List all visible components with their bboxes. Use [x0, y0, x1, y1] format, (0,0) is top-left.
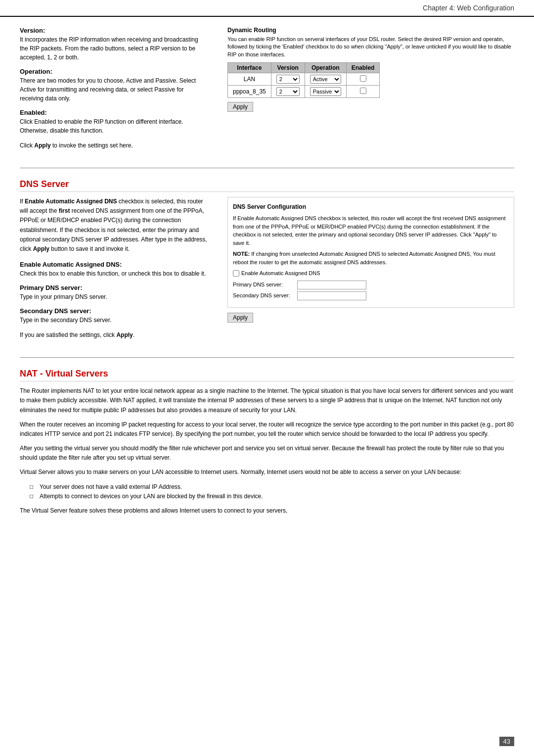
version-label: Version:: [20, 27, 208, 34]
operation-label: Operation:: [20, 68, 208, 75]
primary-dns-field-row: Primary DNS server:: [233, 281, 509, 289]
enabled-label: Enabled:: [20, 109, 208, 116]
primary-dns-label: Primary DNS server:: [20, 284, 208, 291]
operation-select-lan[interactable]: Active Passive: [310, 75, 341, 84]
divider-dns: [20, 168, 514, 168]
table-row: LAN 1 2 Both Active: [228, 73, 380, 86]
col-interface: Interface: [228, 63, 271, 73]
apply-note: Click Apply to invoke the settings set h…: [20, 141, 208, 150]
dns-config-note: NOTE: If changing from unselected Automa…: [233, 250, 509, 266]
dns-intro-bold3: Apply: [33, 245, 49, 252]
dns-intro-bold1: Enable Automatic Assigned DNS: [25, 198, 117, 205]
cell-enabled-lan: [346, 73, 380, 86]
nat-para2: When the router receives an incoming IP …: [20, 420, 514, 439]
cell-interface-pppoa: pppoa_8_35: [228, 86, 271, 98]
dns-config-desc: If Enable Automatic Assigned DNS checkbo…: [233, 214, 509, 247]
version-text: It incorporates the RIP information when…: [20, 35, 208, 62]
nat-bullet-list: Your server does not have a valid extern…: [30, 482, 514, 501]
note-label: NOTE:: [233, 251, 250, 257]
enabled-checkbox-lan[interactable]: [360, 75, 366, 82]
cell-operation-pppoa: Active Passive: [305, 86, 346, 98]
primary-dns-field-label: Primary DNS server:: [233, 281, 297, 289]
main-content: Version: It incorporates the RIP informa…: [0, 17, 534, 540]
satisfied-apply-bold: Apply: [116, 331, 133, 338]
secondary-dns-field-label: Secondary DNS server:: [233, 291, 297, 300]
routing-table: Interface Version Operation Enabled LAN …: [227, 62, 380, 98]
primary-dns-text: Type in your primary DNS server.: [20, 292, 208, 301]
dns-heading: DNS Server: [20, 179, 514, 192]
list-item: Attempts to connect to devices on your L…: [30, 492, 514, 501]
dns-checkbox-row: Enable Automatic Assigned DNS: [233, 269, 509, 278]
nat-para3: After you setting the virtual server you…: [20, 444, 514, 463]
nat-para5: The Virtual Server feature solves these …: [20, 506, 514, 516]
page-container: Chapter 4: Web Configuration Version: It…: [0, 0, 534, 756]
dns-config-box: DNS Server Configuration If Enable Autom…: [227, 197, 514, 308]
rip-section: Version: It incorporates the RIP informa…: [20, 27, 514, 156]
col-version: Version: [271, 63, 305, 73]
dns-intro-bold2: first: [59, 207, 70, 214]
chapter-title: Chapter 4: Web Configuration: [423, 4, 514, 12]
note-text: If changing from unselected Automatic As…: [233, 251, 495, 265]
cell-version-lan: 1 2 Both: [271, 73, 305, 86]
dynamic-routing-title: Dynamic Routing: [227, 27, 514, 34]
satisfied-text: If you are satisfied the settings, click…: [20, 331, 208, 339]
nat-para4: Virtual Server allows you to make server…: [20, 468, 514, 477]
dns-intro: If Enable Automatic Assigned DNS checkbo…: [20, 197, 208, 254]
primary-dns-input[interactable]: [297, 281, 366, 289]
secondary-dns-text: Type in the secondary DNS server.: [20, 316, 208, 325]
page-header: Chapter 4: Web Configuration: [0, 0, 534, 17]
auto-dns-checkbox[interactable]: [233, 270, 239, 277]
col-operation: Operation: [305, 63, 346, 73]
version-select-pppoa[interactable]: 1 2 Both: [276, 87, 300, 96]
dynamic-routing-desc: You can enable RIP function on serveral …: [227, 36, 514, 58]
enable-assigned-dns-label: Enable Automatic Assigned DNS:: [20, 261, 208, 268]
enable-assigned-dns-text: Check this box to enable this function, …: [20, 269, 208, 278]
divider-nat: [20, 357, 514, 358]
nat-heading: NAT - Virtual Servers: [20, 369, 514, 381]
enabled-text: Click Enabled to enable the RIP function…: [20, 117, 208, 135]
dns-left-col: If Enable Automatic Assigned DNS checkbo…: [20, 197, 208, 345]
operation-select-pppoa[interactable]: Active Passive: [310, 87, 341, 96]
secondary-dns-field-row: Secondary DNS server:: [233, 291, 509, 300]
cell-enabled-pppoa: [346, 86, 380, 98]
dns-section: If Enable Automatic Assigned DNS checkbo…: [20, 197, 514, 345]
routing-apply-button[interactable]: Apply: [227, 102, 253, 112]
col-enabled: Enabled: [346, 63, 380, 73]
page-number: 43: [499, 737, 514, 746]
rip-right-col: Dynamic Routing You can enable RIP funct…: [227, 27, 514, 156]
apply-bold: Apply: [34, 142, 50, 149]
enabled-checkbox-pppoa[interactable]: [360, 88, 366, 94]
dns-apply-button[interactable]: Apply: [227, 313, 253, 323]
rip-left-col: Version: It incorporates the RIP informa…: [20, 27, 208, 156]
dns-config-title: DNS Server Configuration: [233, 202, 509, 211]
auto-dns-checkbox-label: Enable Automatic Assigned DNS: [241, 269, 320, 278]
nat-para1: The Router implements NAT to let your en…: [20, 386, 514, 415]
version-select-lan[interactable]: 1 2 Both: [276, 75, 300, 84]
cell-version-pppoa: 1 2 Both: [271, 86, 305, 98]
secondary-dns-label: Secondary DNS server:: [20, 307, 208, 315]
cell-operation-lan: Active Passive: [305, 73, 346, 86]
cell-interface-lan: LAN: [228, 73, 271, 86]
operation-text: There are two modes for you to choose, A…: [20, 76, 208, 103]
list-item: Your server does not have a valid extern…: [30, 482, 514, 492]
table-row: pppoa_8_35 1 2 Both Active: [228, 86, 380, 98]
secondary-dns-input[interactable]: [297, 291, 366, 300]
dns-right-col: DNS Server Configuration If Enable Autom…: [227, 197, 514, 345]
